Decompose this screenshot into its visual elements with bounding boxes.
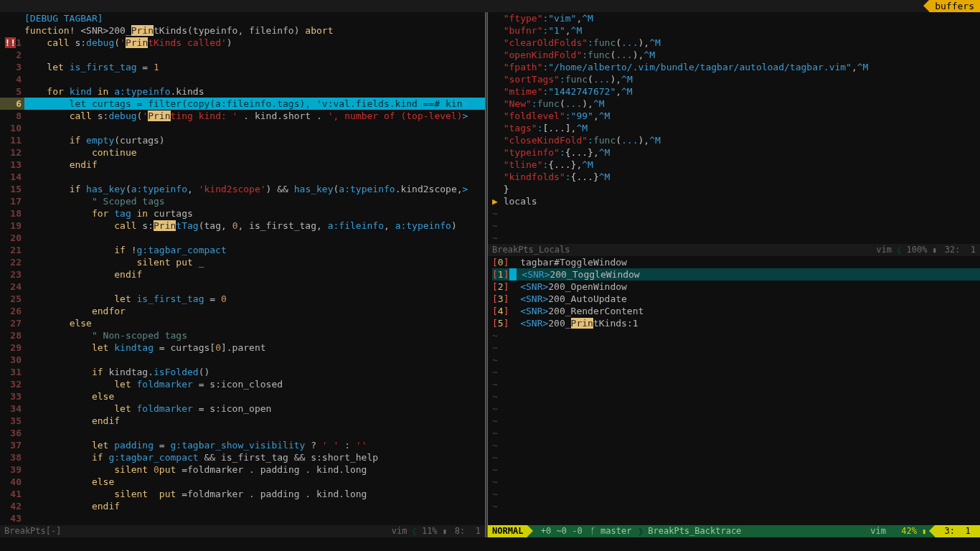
locals-entry: "typeinfo":{...},^M xyxy=(492,146,980,159)
tabline-right-label[interactable]: buffers xyxy=(929,0,980,12)
code-line[interactable] xyxy=(24,354,485,366)
locals-content: "ftype":"vim",^M "bufnr":"1",^M "clearOl… xyxy=(488,12,980,244)
backtrace-pane[interactable]: [0] tagbar#ToggleWindow[1] <SNR>200_Togg… xyxy=(488,256,980,537)
locals-entry: "tags":[...],^M xyxy=(492,122,980,134)
code-line[interactable]: if g:tagbar_compact && is_first_tag && s… xyxy=(24,451,485,463)
code-line[interactable]: endfor xyxy=(24,305,485,317)
code-line[interactable] xyxy=(24,427,485,439)
locals-entry: "fpath":"/home/alberto/.vim/bundle/tagba… xyxy=(492,61,980,73)
code-line[interactable]: if empty(curtags) xyxy=(24,134,485,146)
backtrace-frame[interactable]: [4] <SNR>200_RenderContent xyxy=(492,305,980,317)
main-split: !!12345681011121314151718192021222324252… xyxy=(0,12,980,537)
locals-status-file: BreakPts_Locals xyxy=(488,244,574,256)
locals-entry: "mtime":"1442747672",^M xyxy=(492,85,980,98)
code-line[interactable]: function! <SNR>200_PrintKinds(typeinfo, … xyxy=(24,24,485,37)
backtrace-frame[interactable]: [5] <SNR>200_PrintKinds:1 xyxy=(492,317,980,329)
backtrace-frame[interactable]: [1] <SNR>200_ToggleWindow xyxy=(492,268,980,281)
code-line[interactable]: let foldmarker = s:icon_open xyxy=(24,402,485,415)
code-line[interactable]: " Non-scoped tags xyxy=(24,329,485,342)
code-line[interactable] xyxy=(24,232,485,244)
code-line[interactable]: endif xyxy=(24,159,485,171)
code-line[interactable]: continue xyxy=(24,146,485,159)
backtrace-frame[interactable]: [0] tagbar#ToggleWindow xyxy=(492,256,980,268)
code-line[interactable]: endif xyxy=(24,268,485,281)
backtrace-frame[interactable]: [3] <SNR>200_AutoUpdate xyxy=(492,293,980,305)
locals-entry: "openKindFold":func(...),^M xyxy=(492,49,980,61)
backtrace-content: [0] tagbar#ToggleWindow[1] <SNR>200_Togg… xyxy=(488,256,980,512)
git-branch: ᚶ master xyxy=(585,525,632,537)
code-line[interactable]: else xyxy=(24,317,485,329)
code-line[interactable]: for tag in curtags xyxy=(24,207,485,220)
code-line[interactable]: endif xyxy=(24,500,485,512)
debug-function-pane[interactable]: !!12345681011121314151718192021222324252… xyxy=(0,12,485,537)
code-line[interactable] xyxy=(24,49,485,61)
code-line[interactable]: endif xyxy=(24,415,485,427)
locals-entry: "closeKindFold":func(...),^M xyxy=(492,134,980,146)
active-status-file: BreakPts_Backtrace xyxy=(644,525,745,537)
code-line[interactable]: call s:PrintTag(tag, 0, is_first_tag, a:… xyxy=(24,220,485,232)
code-line[interactable]: else xyxy=(24,476,485,488)
code-line[interactable]: let curtags = filter(copy(a:fileinfo.tag… xyxy=(24,98,485,110)
code-line[interactable]: let is_first_tag = 1 xyxy=(24,61,485,73)
code-line[interactable]: if has_key(a:typeinfo, 'kind2scope') && … xyxy=(24,183,485,195)
active-status-line-col: 3: 1 xyxy=(935,525,980,537)
locals-entry: "kindfolds":{...}^M xyxy=(492,171,980,183)
locals-status-ft: vim xyxy=(872,244,896,256)
code-line[interactable]: if kindtag.isFolded() xyxy=(24,366,485,378)
code-line[interactable]: let padding = g:tagbar_show_visibility ?… xyxy=(24,439,485,451)
code-line[interactable] xyxy=(24,512,485,524)
code-line[interactable]: else xyxy=(24,390,485,402)
right-column: "ftype":"vim",^M "bufnr":"1",^M "clearOl… xyxy=(488,12,980,537)
active-status-pct: 42% ▮ xyxy=(892,525,935,537)
code-line[interactable] xyxy=(24,171,485,183)
locals-status-line-col: 32: 1 xyxy=(941,244,980,256)
code-line[interactable]: for kind in a:typeinfo.kinds xyxy=(24,85,485,98)
locals-entry: "tline":{...},^M xyxy=(492,159,980,171)
status-file: BreakPts[-] xyxy=(0,525,65,537)
code-line[interactable]: silent put =foldmarker . padding . kind.… xyxy=(24,488,485,500)
status-filetype: vim xyxy=(387,525,412,537)
code-line[interactable] xyxy=(24,73,485,85)
command-line[interactable] xyxy=(0,537,980,550)
code-line[interactable]: call s:debug('PrintKinds called') xyxy=(24,37,485,49)
code-line[interactable]: silent put _ xyxy=(24,256,485,268)
mode-indicator: NORMAL xyxy=(488,525,527,537)
code-line[interactable] xyxy=(24,281,485,293)
locals-pane[interactable]: "ftype":"vim",^M "bufnr":"1",^M "clearOl… xyxy=(488,12,980,256)
backtrace-frame[interactable]: [2] <SNR>200_OpenWindow xyxy=(492,281,980,293)
active-statusline: NORMAL +0 ~0 -0 ᚶ master ❯ BreakPts_Back… xyxy=(488,525,980,537)
line-number-gutter: !!12345681011121314151718192021222324252… xyxy=(0,12,24,524)
code-line[interactable]: silent 0put =foldmarker . padding . kind… xyxy=(24,463,485,476)
locals-entry: "ftype":"vim",^M xyxy=(492,12,980,24)
locals-entry: "clearOldFolds":func(...),^M xyxy=(492,37,980,49)
locals-entry: "foldlevel":"99",^M xyxy=(492,110,980,122)
code-line[interactable]: let foldmarker = s:icon_closed xyxy=(24,378,485,390)
locals-entry: "New":func(...),^M xyxy=(492,98,980,110)
code-line[interactable]: " Scoped tags xyxy=(24,195,485,207)
code-line[interactable] xyxy=(24,122,485,134)
status-line-col: 8: 1 xyxy=(451,525,485,537)
code-line[interactable]: let kindtag = curtags[0].parent xyxy=(24,342,485,354)
code-line[interactable]: if !g:tagbar_compact xyxy=(24,244,485,256)
locals-status-pct: 100% ▮ xyxy=(902,244,940,256)
locals-statusline: BreakPts_Locals vim ❮ 100% ▮ 32: 1 xyxy=(488,244,980,256)
code-line[interactable]: let is_first_tag = 0 xyxy=(24,293,485,305)
locals-entry: "bufnr":"1",^M xyxy=(492,24,980,37)
locals-fold[interactable]: ▶ locals xyxy=(492,195,980,207)
code-line[interactable]: call s:debug('Printing kind: ' . kind.sh… xyxy=(24,110,485,122)
status-percent: 11% ▮ xyxy=(418,525,451,537)
tabline: buffers xyxy=(0,0,980,12)
left-statusline: BreakPts[-] vim ❮ 11% ▮ 8: 1 xyxy=(0,525,485,537)
locals-entry: "sortTags":func(...),^M xyxy=(492,73,980,85)
code-area[interactable]: [DEBUG TAGBAR]function! <SNR>200_PrintKi… xyxy=(24,12,485,524)
git-hunks: +0 ~0 -0 xyxy=(527,525,585,537)
